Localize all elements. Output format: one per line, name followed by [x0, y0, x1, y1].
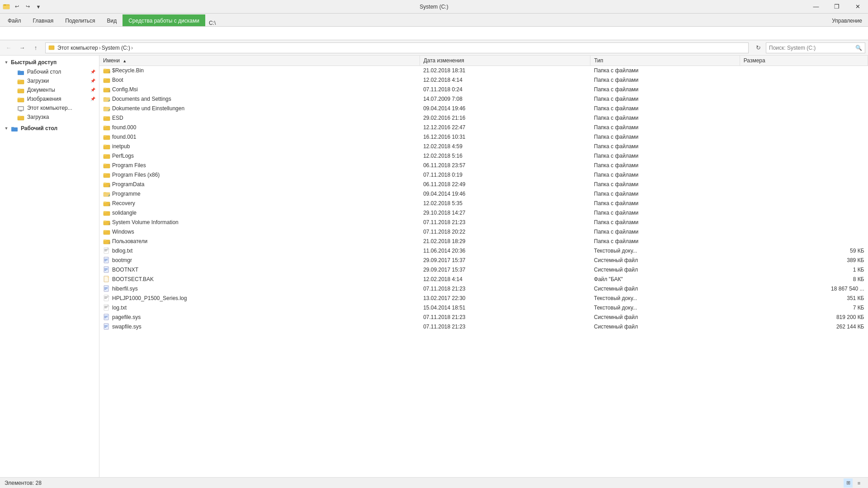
folder-icon — [103, 162, 110, 169]
svg-rect-54 — [104, 202, 106, 203]
tab-home[interactable]: Главная — [27, 14, 60, 26]
table-row[interactable]: bootmgr 29.09.2017 15:37 Системный файл … — [99, 256, 868, 265]
file-date: 15.04.2014 18:51 — [420, 303, 590, 313]
sidebar-item-desktop[interactable]: Рабочий стол 📌 — [0, 67, 99, 76]
table-row[interactable]: ESD 29.02.2016 21:16 Папка с файлами — [99, 113, 868, 123]
folder-special-icon: ⚙ — [103, 86, 110, 93]
folder-icon — [103, 143, 110, 150]
table-row[interactable]: ↗ Programme 09.04.2014 19:46 Папка с фай… — [99, 189, 868, 199]
table-row[interactable]: swapfile.sys 07.11.2018 21:23 Системный … — [99, 322, 868, 332]
refresh-button[interactable]: ↻ — [752, 42, 764, 54]
tab-manage[interactable]: Управление — [826, 14, 868, 26]
svg-rect-34 — [104, 116, 106, 117]
svg-rect-90 — [104, 296, 108, 297]
sidebar-desktop-section[interactable]: ▼ Рабочий стол — [0, 123, 99, 133]
svg-rect-85 — [104, 287, 108, 288]
col-header-date[interactable]: Дата изменения — [420, 56, 590, 66]
back-button[interactable]: ← — [3, 42, 14, 54]
table-row[interactable]: BOOTNXT 29.09.2017 15:37 Системный файл … — [99, 265, 868, 275]
table-row[interactable]: ↗ Dokumente und Einstellungen 09.04.2014… — [99, 104, 868, 113]
table-row[interactable]: ⚙ Config.Msi 07.11.2018 0:24 Папка с фай… — [99, 85, 868, 94]
svg-rect-38 — [104, 135, 106, 136]
title-bar: ↩ ↪ ▼ System (C:) — ❐ ✕ — [0, 0, 868, 14]
col-header-size[interactable]: Размера — [740, 56, 868, 66]
folder-icon-desktop — [17, 69, 24, 75]
view-details-button[interactable]: ⊞ — [844, 479, 853, 488]
file-name-cell: PerfLogs — [99, 151, 420, 161]
table-row[interactable]: found.000 12.12.2016 22:47 Папка с файла… — [99, 123, 868, 132]
table-row[interactable]: Boot 12.02.2018 4:14 Папка с файлами — [99, 75, 868, 85]
minimize-button[interactable]: — — [806, 0, 826, 14]
title-bar-left: ↩ ↪ ▼ — [0, 2, 43, 12]
file-size — [740, 227, 868, 237]
qat-dropdown[interactable]: ▼ — [33, 2, 43, 12]
table-row[interactable]: found.001 16.12.2016 10:31 Папка с файла… — [99, 132, 868, 142]
sidebar-item-zagr[interactable]: Загрузка — [0, 113, 99, 122]
breadcrumb-computer[interactable]: Этот компьютер — [57, 45, 98, 51]
sidebar-quick-access-header[interactable]: ▼ Быстрый доступ — [0, 57, 99, 67]
search-input[interactable] — [769, 45, 855, 51]
table-row[interactable]: ↗ Documents and Settings 14.07.2009 7:08… — [99, 94, 868, 104]
table-row[interactable]: bdlog.txt 11.06.2014 20:36 Текстовый док… — [99, 246, 868, 256]
tab-view[interactable]: Вид — [101, 14, 123, 26]
file-name: Documents and Settings — [112, 96, 171, 102]
table-row[interactable]: hiberfil.sys 07.11.2018 21:23 Системный … — [99, 284, 868, 294]
tab-file[interactable]: Файл — [2, 14, 27, 26]
tab-share[interactable]: Поделиться — [59, 14, 101, 26]
sidebar-item-documents[interactable]: Документы 📌 — [0, 85, 99, 94]
view-list-button[interactable]: ≡ — [854, 479, 863, 488]
sidebar-item-downloads[interactable]: Загрузки 📌 — [0, 76, 99, 85]
table-row[interactable]: pagefile.sys 07.11.2018 21:23 Системный … — [99, 313, 868, 322]
sidebar-item-computer[interactable]: Этот компьютер... — [0, 103, 99, 113]
file-type: Системный файл — [590, 256, 740, 265]
file-size: 7 КБ — [740, 303, 868, 313]
folder-icon — [103, 133, 110, 141]
table-row[interactable]: Windows 07.11.2018 20:22 Папка с файлами — [99, 227, 868, 237]
column-headers: Имени ▲ Дата изменения Тип Размера — [99, 56, 868, 66]
table-row[interactable]: ⚙ Recovery 12.02.2018 5:35 Папка с файла… — [99, 199, 868, 208]
tab-disk-tools[interactable]: Средства работы с дисками — [123, 14, 205, 26]
table-row[interactable]: HPLJP1000_P1500_Series.log 13.02.2017 22… — [99, 294, 868, 303]
svg-rect-87 — [104, 289, 106, 290]
table-row[interactable]: solidangle 29.10.2018 14:27 Папка с файл… — [99, 208, 868, 218]
search-bar[interactable]: 🔍 — [766, 42, 865, 53]
table-row[interactable]: ⚙ System Volume Information 07.11.2018 2… — [99, 218, 868, 227]
sidebar-item-pictures[interactable]: Изображения 📌 — [0, 94, 99, 103]
maximize-button[interactable]: ❐ — [826, 0, 847, 14]
forward-button[interactable]: → — [16, 42, 28, 54]
table-row[interactable]: PerfLogs 12.02.2018 5:16 Папка с файлами — [99, 151, 868, 161]
file-name: found.000 — [112, 124, 136, 131]
file-date: 07.11.2018 0:19 — [420, 170, 590, 180]
table-row[interactable]: ⚙ Пользователи 21.02.2018 18:29 Папка с … — [99, 237, 868, 246]
qat-redo[interactable]: ↪ — [23, 2, 33, 12]
file-size: 1 КБ — [740, 265, 868, 275]
up-button[interactable]: ↑ — [30, 42, 42, 54]
table-row[interactable]: inetpub 12.02.2018 4:59 Папка с файлами — [99, 142, 868, 151]
file-name-cell: pagefile.sys — [99, 313, 420, 322]
svg-rect-14 — [19, 111, 22, 112]
table-row[interactable]: ⚙ ProgramData 06.11.2018 22:49 Папка с ф… — [99, 180, 868, 189]
table-row[interactable]: log.txt 15.04.2014 18:51 Текстовый доку.… — [99, 303, 868, 313]
file-name: Dokumente und Einstellungen — [112, 105, 184, 112]
svg-rect-23 — [104, 78, 106, 80]
file-name-cell: ↗ Programme — [99, 189, 420, 199]
address-bar[interactable]: Этот компьютер › System (C:) › — [45, 42, 749, 53]
breadcrumb-drive[interactable]: System (C:) — [102, 45, 130, 51]
close-button[interactable]: ✕ — [847, 0, 868, 14]
table-row[interactable]: BOOTSECT.BAK 12.02.2018 4:14 Файл "БАК" … — [99, 275, 868, 284]
txt-icon — [103, 247, 110, 254]
svg-rect-86 — [104, 288, 108, 289]
col-header-type[interactable]: Тип — [590, 56, 740, 66]
sidebar-quick-access-label: Быстрый доступ — [11, 59, 57, 66]
qat-undo[interactable]: ↩ — [12, 2, 22, 12]
table-row[interactable]: ⚙ $Recycle.Bin 21.02.2018 18:31 Папка с … — [99, 66, 868, 75]
content-area: Имени ▲ Дата изменения Тип Размера — [99, 56, 868, 478]
file-name-cell: ⚙ Config.Msi — [99, 85, 420, 94]
table-row[interactable]: Program Files 06.11.2018 23:57 Папка с ф… — [99, 161, 868, 170]
col-header-name[interactable]: Имени ▲ — [99, 56, 420, 66]
svg-rect-103 — [104, 317, 108, 317]
sys-icon — [103, 266, 110, 273]
table-row[interactable]: Program Files (x86) 07.11.2018 0:19 Папк… — [99, 170, 868, 180]
file-name-cell: Program Files — [99, 161, 420, 170]
file-type: Папка с файлами — [590, 208, 740, 218]
